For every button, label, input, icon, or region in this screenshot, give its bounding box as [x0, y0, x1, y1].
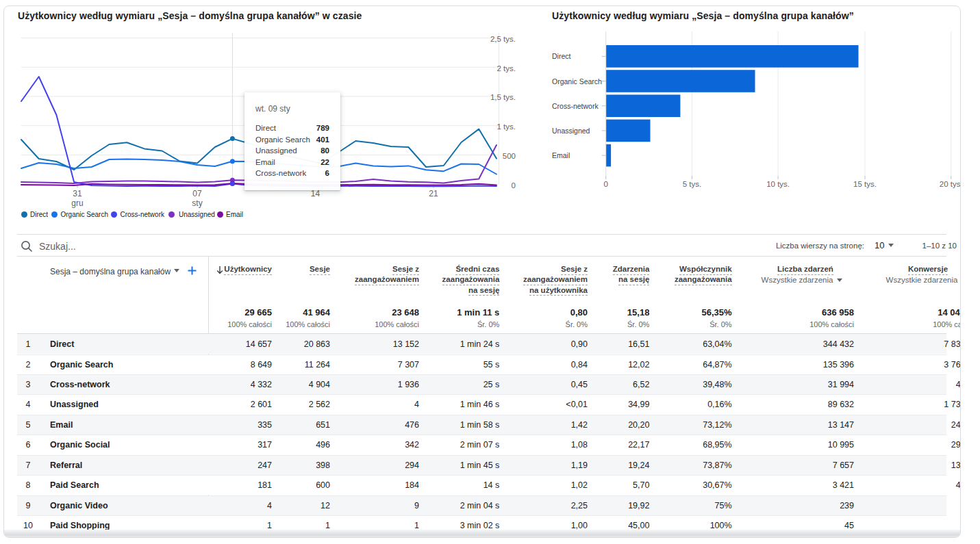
svg-text:2,5 tys.: 2,5 tys. — [490, 35, 516, 43]
svg-text:Cross-network: Cross-network — [552, 102, 599, 110]
svg-text:Email: Email — [552, 151, 570, 159]
svg-text:21: 21 — [429, 189, 438, 198]
svg-text:0: 0 — [512, 181, 516, 190]
svg-text:Direct: Direct — [552, 52, 571, 60]
svg-text:31: 31 — [73, 189, 82, 198]
svg-text:5 tys.: 5 tys. — [683, 180, 701, 188]
svg-text:Unassigned: Unassigned — [552, 127, 590, 135]
svg-text:1,5 tys.: 1,5 tys. — [490, 93, 516, 101]
svg-text:20 tys.: 20 tys. — [940, 180, 961, 188]
svg-text:2 tys.: 2 tys. — [497, 64, 516, 73]
svg-text:1 tys.: 1 tys. — [497, 122, 516, 131]
svg-text:14: 14 — [311, 189, 321, 198]
svg-text:10 tys.: 10 tys. — [766, 180, 790, 188]
svg-text:sty: sty — [192, 198, 202, 208]
svg-text:07: 07 — [192, 189, 202, 198]
svg-text:0: 0 — [603, 180, 607, 188]
svg-text:500: 500 — [503, 152, 516, 160]
svg-text:15 tys.: 15 tys. — [853, 180, 877, 188]
svg-text:Organic Search: Organic Search — [552, 77, 602, 86]
svg-text:gru: gru — [71, 198, 83, 208]
